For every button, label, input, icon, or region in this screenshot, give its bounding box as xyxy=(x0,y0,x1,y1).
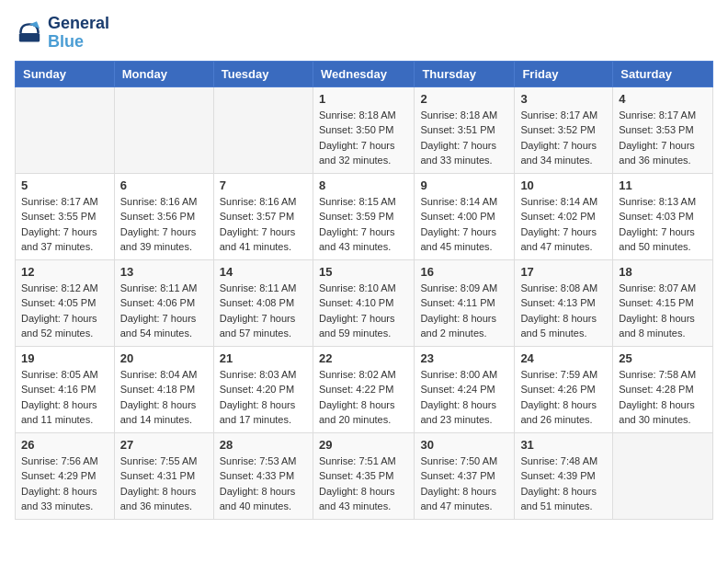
sunrise-text: Sunrise: 7:50 AM xyxy=(420,455,497,466)
calendar-header-row: SundayMondayTuesdayWednesdayThursdayFrid… xyxy=(16,61,713,86)
day-number: 7 xyxy=(220,178,307,192)
day-number: 21 xyxy=(220,351,307,365)
day-number: 5 xyxy=(21,178,108,192)
sunset-text: Sunset: 4:22 PM xyxy=(319,384,393,395)
daylight-text: Daylight: 7 hours and 36 minutes. xyxy=(619,140,695,167)
calendar-cell: 16Sunrise: 8:09 AMSunset: 4:11 PMDayligh… xyxy=(415,259,515,346)
day-info: Sunrise: 8:04 AMSunset: 4:18 PMDaylight:… xyxy=(120,367,208,428)
day-number: 16 xyxy=(420,265,508,279)
daylight-text: Daylight: 7 hours and 39 minutes. xyxy=(120,226,197,253)
day-number: 14 xyxy=(220,265,307,279)
sunset-text: Sunset: 4:03 PM xyxy=(619,211,693,222)
calendar-cell: 3Sunrise: 8:17 AMSunset: 3:52 PMDaylight… xyxy=(515,86,613,173)
calendar-cell xyxy=(613,432,713,519)
calendar-cell: 7Sunrise: 8:16 AMSunset: 3:57 PMDaylight… xyxy=(213,173,313,259)
day-info: Sunrise: 8:18 AMSunset: 3:50 PMDaylight:… xyxy=(319,108,408,168)
sunrise-text: Sunrise: 8:11 AM xyxy=(220,282,297,293)
day-info: Sunrise: 7:56 AMSunset: 4:29 PMDaylight:… xyxy=(21,454,108,514)
daylight-text: Daylight: 8 hours and 5 minutes. xyxy=(520,313,597,339)
calendar-cell: 27Sunrise: 7:55 AMSunset: 4:31 PMDayligh… xyxy=(114,432,213,519)
sunset-text: Sunset: 3:57 PM xyxy=(220,211,294,222)
sunset-text: Sunset: 4:29 PM xyxy=(21,470,96,481)
sunset-text: Sunset: 4:26 PM xyxy=(520,384,595,395)
day-header-friday: Friday xyxy=(515,61,613,86)
calendar-cell: 2Sunrise: 8:18 AMSunset: 3:51 PMDaylight… xyxy=(415,86,515,173)
calendar-cell: 26Sunrise: 7:56 AMSunset: 4:29 PMDayligh… xyxy=(16,432,115,519)
day-info: Sunrise: 8:10 AMSunset: 4:10 PMDaylight:… xyxy=(319,281,408,341)
sunrise-text: Sunrise: 8:13 AM xyxy=(619,196,696,207)
day-info: Sunrise: 8:12 AMSunset: 4:05 PMDaylight:… xyxy=(21,281,108,341)
day-number: 29 xyxy=(319,438,408,452)
day-info: Sunrise: 8:16 AMSunset: 3:56 PMDaylight:… xyxy=(120,194,208,255)
sunrise-text: Sunrise: 8:04 AM xyxy=(120,369,198,380)
daylight-text: Daylight: 7 hours and 52 minutes. xyxy=(21,313,97,339)
day-number: 24 xyxy=(520,351,607,365)
day-info: Sunrise: 7:59 AMSunset: 4:26 PMDaylight:… xyxy=(520,367,607,428)
day-info: Sunrise: 8:13 AMSunset: 4:03 PMDaylight:… xyxy=(619,194,707,255)
calendar-cell xyxy=(16,86,115,173)
day-info: Sunrise: 8:05 AMSunset: 4:16 PMDaylight:… xyxy=(21,367,108,428)
day-number: 18 xyxy=(619,265,707,279)
sunrise-text: Sunrise: 8:17 AM xyxy=(619,109,696,121)
calendar-cell: 8Sunrise: 8:15 AMSunset: 3:59 PMDaylight… xyxy=(313,173,414,259)
sunrise-text: Sunrise: 8:05 AM xyxy=(21,369,98,380)
day-number: 6 xyxy=(120,178,208,192)
daylight-text: Daylight: 7 hours and 50 minutes. xyxy=(619,226,695,253)
daylight-text: Daylight: 7 hours and 37 minutes. xyxy=(21,226,97,253)
day-header-monday: Monday xyxy=(114,61,213,86)
day-number: 10 xyxy=(520,178,607,192)
day-number: 12 xyxy=(21,265,108,279)
calendar-cell: 30Sunrise: 7:50 AMSunset: 4:37 PMDayligh… xyxy=(415,432,515,519)
calendar-cell: 23Sunrise: 8:00 AMSunset: 4:24 PMDayligh… xyxy=(415,346,515,432)
calendar-cell: 21Sunrise: 8:03 AMSunset: 4:20 PMDayligh… xyxy=(213,346,313,432)
logo-icon xyxy=(15,18,44,48)
sunset-text: Sunset: 4:13 PM xyxy=(520,297,595,308)
sunrise-text: Sunrise: 8:07 AM xyxy=(619,282,696,293)
daylight-text: Daylight: 8 hours and 33 minutes. xyxy=(21,486,97,512)
calendar-cell: 4Sunrise: 8:17 AMSunset: 3:53 PMDaylight… xyxy=(613,86,713,173)
sunset-text: Sunset: 4:11 PM xyxy=(420,297,495,308)
daylight-text: Daylight: 8 hours and 2 minutes. xyxy=(420,313,496,339)
daylight-text: Daylight: 8 hours and 20 minutes. xyxy=(319,399,395,426)
day-info: Sunrise: 8:03 AMSunset: 4:20 PMDaylight:… xyxy=(220,367,307,428)
sunrise-text: Sunrise: 8:16 AM xyxy=(220,196,297,207)
day-number: 15 xyxy=(319,265,408,279)
logo: General Blue xyxy=(15,15,109,52)
calendar-cell: 12Sunrise: 8:12 AMSunset: 4:05 PMDayligh… xyxy=(16,259,115,346)
day-number: 4 xyxy=(619,92,707,106)
sunrise-text: Sunrise: 8:09 AM xyxy=(420,282,497,293)
page-header: General Blue xyxy=(15,15,713,52)
day-number: 28 xyxy=(220,438,307,452)
sunrise-text: Sunrise: 7:56 AM xyxy=(21,455,98,466)
sunset-text: Sunset: 3:53 PM xyxy=(619,124,693,135)
day-number: 22 xyxy=(319,351,408,365)
daylight-text: Daylight: 7 hours and 45 minutes. xyxy=(420,226,496,253)
calendar-week-row: 19Sunrise: 8:05 AMSunset: 4:16 PMDayligh… xyxy=(16,346,713,432)
calendar-cell: 18Sunrise: 8:07 AMSunset: 4:15 PMDayligh… xyxy=(613,259,713,346)
sunrise-text: Sunrise: 8:17 AM xyxy=(520,109,597,121)
day-info: Sunrise: 8:15 AMSunset: 3:59 PMDaylight:… xyxy=(319,194,408,255)
sunrise-text: Sunrise: 7:51 AM xyxy=(319,455,396,466)
sunset-text: Sunset: 4:28 PM xyxy=(619,384,693,395)
daylight-text: Daylight: 8 hours and 26 minutes. xyxy=(520,399,597,426)
calendar-cell: 29Sunrise: 7:51 AMSunset: 4:35 PMDayligh… xyxy=(313,432,414,519)
day-header-tuesday: Tuesday xyxy=(213,61,313,86)
calendar-week-row: 5Sunrise: 8:17 AMSunset: 3:55 PMDaylight… xyxy=(16,173,713,259)
calendar-cell: 28Sunrise: 7:53 AMSunset: 4:33 PMDayligh… xyxy=(213,432,313,519)
day-header-wednesday: Wednesday xyxy=(313,61,414,86)
day-number: 11 xyxy=(619,178,707,192)
sunset-text: Sunset: 4:18 PM xyxy=(120,384,195,395)
calendar-cell: 24Sunrise: 7:59 AMSunset: 4:26 PMDayligh… xyxy=(515,346,613,432)
sunrise-text: Sunrise: 8:03 AM xyxy=(220,369,297,380)
sunset-text: Sunset: 4:24 PM xyxy=(420,384,495,395)
sunrise-text: Sunrise: 8:00 AM xyxy=(420,369,497,380)
sunset-text: Sunset: 3:52 PM xyxy=(520,124,595,135)
sunset-text: Sunset: 4:35 PM xyxy=(319,470,393,481)
sunset-text: Sunset: 4:39 PM xyxy=(520,470,595,481)
sunset-text: Sunset: 4:00 PM xyxy=(420,211,495,222)
daylight-text: Daylight: 8 hours and 43 minutes. xyxy=(319,486,395,512)
day-info: Sunrise: 7:53 AMSunset: 4:33 PMDaylight:… xyxy=(220,454,307,514)
calendar-cell: 19Sunrise: 8:05 AMSunset: 4:16 PMDayligh… xyxy=(16,346,115,432)
daylight-text: Daylight: 8 hours and 14 minutes. xyxy=(120,399,197,426)
daylight-text: Daylight: 8 hours and 36 minutes. xyxy=(120,486,197,512)
